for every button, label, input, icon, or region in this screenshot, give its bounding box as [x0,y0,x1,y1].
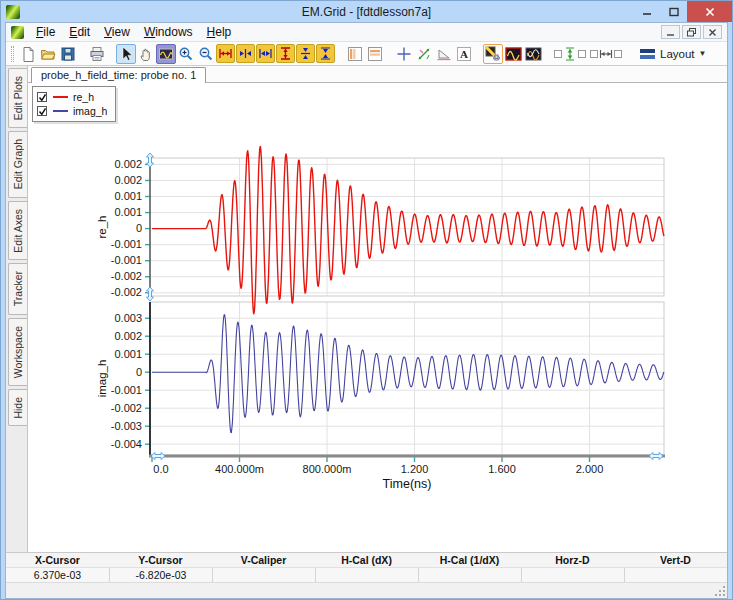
y-tick-label: -0.001 [111,254,142,266]
sidebar-tab-workspace[interactable]: Workspace [8,318,27,386]
layout-icon [640,48,656,60]
fit-height-boxes-button[interactable] [552,44,588,64]
menu-item-windows[interactable]: Windows [137,24,200,40]
y-tick-label: 0.002 [114,174,142,186]
crosshair-button[interactable] [394,44,414,64]
plot-wave-button[interactable] [503,44,523,64]
menu-item-view[interactable]: View [97,24,137,40]
v-fit-icon [278,46,293,61]
legend-label: imag_h [73,105,107,117]
status-value-x-cursor: 6.370e-03 [6,568,109,582]
menu-item-file[interactable]: File [29,24,62,40]
status-value-v-caliper [212,568,315,582]
x-tick-label: 0.0 [153,463,168,475]
text-annotation-button[interactable]: A [454,44,474,64]
sidebar-tab-tracker[interactable]: Tracker [8,263,27,314]
crosshair-icon [396,46,412,62]
maximize-button[interactable] [660,1,687,22]
pointer-button[interactable] [116,44,136,64]
split-columns-button[interactable] [345,44,365,64]
x-tick-label: 400.000m [215,463,264,475]
y-tick-label: 0.001 [114,190,142,202]
zoom-in-icon [178,46,194,62]
v-expand-button[interactable] [296,44,315,63]
sidebar-tab-label: Edit Graph [12,139,24,189]
plot-wave-icon [505,46,522,62]
y-tick-label: 0.003 [114,312,142,324]
slope-marker-icon [436,46,452,62]
open-button[interactable] [38,44,58,64]
zoom-window-button[interactable] [156,44,176,64]
status-value-y-cursor: -6.820e-03 [109,568,212,582]
axis-handle[interactable] [151,453,165,460]
sidebar-tab-edit-axes[interactable]: Edit Axes [8,201,27,261]
sidebar-tab-label: Tracker [12,271,24,306]
split-rows-button[interactable] [365,44,385,64]
menu-item-help[interactable]: Help [200,24,239,40]
sidebar-tab-label: Workspace [12,326,24,378]
status-strip [6,582,727,598]
y-tick-label: 0.002 [114,330,142,342]
mdi-minimize-button[interactable] [661,25,680,39]
minimize-button[interactable] [633,1,660,22]
save-button[interactable] [58,44,78,64]
fill-style-button[interactable] [483,44,503,64]
toolbar-grip[interactable] [11,46,14,62]
zoom-out-button[interactable] [196,44,216,64]
document-tab[interactable]: probe_h_field_time: probe no. 1 [31,67,206,83]
print-button[interactable] [87,44,107,64]
h-fit-icon [218,46,233,61]
toolbar: A Layout ▼ [6,42,727,66]
legend-row-re_h: re_h [37,90,107,104]
v-shrink-button[interactable] [316,44,335,63]
y-axis-title-re_h: re_h [96,215,108,238]
status-value-h-cal-1-dx- [418,568,521,582]
close-icon [705,7,715,17]
x-tick-label: 1.200 [401,463,429,475]
move-axes-button[interactable] [414,44,434,64]
mdi-restore-icon [687,28,696,37]
y-tick-label: -0.002 [111,270,142,282]
new-button[interactable] [18,44,38,64]
document-tab-bar: probe_h_field_time: probe no. 1 [28,66,727,83]
mdi-minimize-icon [666,28,675,37]
close-button[interactable] [687,1,732,22]
pan-button[interactable] [136,44,156,64]
legend-label: re_h [73,91,94,103]
axis-handle[interactable] [649,453,663,460]
slope-marker-button[interactable] [434,44,454,64]
plot-wave-alt-button[interactable] [523,44,543,64]
svg-text:A: A [460,48,468,60]
h-shrink-button[interactable] [256,44,275,63]
save-icon [60,46,76,62]
fit-width-boxes-icon [589,46,623,62]
print-icon [89,46,105,62]
h-expand-button[interactable] [236,44,255,63]
v-fit-button[interactable] [276,44,295,63]
axis-handle[interactable] [147,153,154,167]
axis-handle[interactable] [147,287,154,301]
resize-grip[interactable] [714,585,726,597]
new-icon [20,46,36,62]
status-value-h-cal-dx- [315,568,418,582]
y-tick-label: -0.002 [111,286,142,298]
app-window: EM.Grid - [fdtdlesson7a] FileEditViewWin… [0,0,733,600]
sidebar-tab-edit-plots[interactable]: Edit Plots [8,68,27,128]
plot-svg[interactable]: 0.0020.0020.0010.0010-0.001-0.001-0.002-… [28,83,731,557]
sidebar-tab-edit-graph[interactable]: Edit Graph [8,131,27,197]
h-fit-button[interactable] [216,44,235,63]
legend-checkbox-re_h[interactable] [37,92,47,102]
fit-width-boxes-button[interactable] [588,44,624,64]
h-expand-icon [238,46,253,61]
chevron-down-icon: ▼ [699,49,707,58]
layout-button[interactable]: Layout ▼ [633,45,713,63]
sidebar-tab-hide[interactable]: Hide [8,389,27,427]
legend-checkbox-imag_h[interactable] [37,106,47,116]
mdi-restore-button[interactable] [682,25,701,39]
menu-item-edit[interactable]: Edit [62,24,97,40]
maximize-icon [669,7,679,17]
layout-button-label: Layout [660,48,695,60]
zoom-in-button[interactable] [176,44,196,64]
mdi-close-button[interactable] [703,25,722,39]
status-value-vert-d [624,568,727,582]
